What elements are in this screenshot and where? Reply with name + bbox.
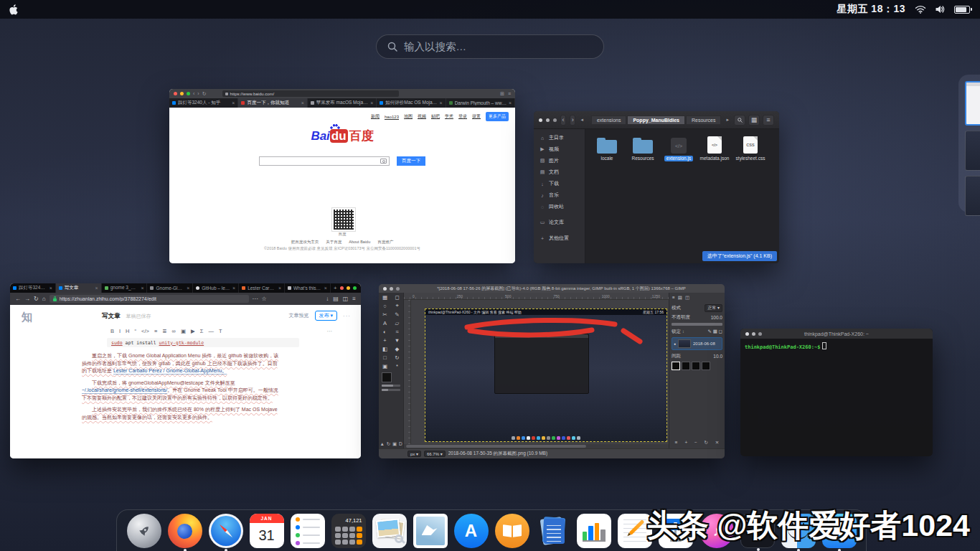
- tool-icon[interactable]: ↻: [391, 353, 403, 362]
- minimize-button[interactable]: [180, 92, 184, 95]
- dock-icon-calendar[interactable]: JAN31: [250, 514, 284, 548]
- close-icon[interactable]: ×: [370, 100, 373, 105]
- minimize-button[interactable]: [752, 332, 755, 336]
- opacity-slider[interactable]: [672, 323, 722, 326]
- camera-icon[interactable]: [380, 159, 387, 164]
- tab-active[interactable]: 写文章×: [56, 283, 102, 293]
- close-button[interactable]: [745, 332, 749, 336]
- option-slider[interactable]: [382, 385, 400, 387]
- refresh-icon[interactable]: ↻: [34, 296, 39, 302]
- more-products-button[interactable]: 更多产品: [486, 112, 509, 121]
- menu-icon[interactable]: ≡: [352, 296, 356, 302]
- link[interactable]: ~/.local/share/gnome-shell/extensions/: [82, 387, 167, 392]
- tool-icon[interactable]: ◧: [379, 344, 391, 353]
- tool-icon[interactable]: A: [379, 319, 391, 327]
- panel-foot-icon[interactable]: −: [694, 440, 697, 446]
- gimp-canvas[interactable]: thinkpad@ThinkPad-X260 - 文件 编辑 查看 搜索 终端 …: [411, 300, 669, 444]
- code-icon[interactable]: </>: [141, 328, 149, 334]
- tool-icon[interactable]: ✂: [379, 310, 391, 319]
- library-icon[interactable]: ▤: [333, 296, 339, 302]
- publish-button[interactable]: 发布 ▾: [315, 311, 337, 321]
- maximize-button[interactable]: [553, 118, 557, 122]
- quote-icon[interactable]: “: [135, 328, 137, 334]
- tool-icon[interactable]: ◐: [379, 327, 391, 336]
- window-browser-zhihu[interactable]: 踩灯等3248人…× 写文章× gnome 3_百度搜…× Gnome-Glob…: [10, 283, 361, 458]
- tool-icon[interactable]: ▣: [379, 362, 391, 370]
- dock-icon-numbers[interactable]: [577, 514, 611, 548]
- nav-link[interactable]: hao123: [385, 115, 399, 119]
- path-segment-current[interactable]: Poppy_ManuBldies: [627, 116, 685, 125]
- tab[interactable]: 踩灯等3240人 - 知乎×: [169, 98, 238, 108]
- minimize-button[interactable]: [546, 118, 550, 122]
- page-actions-icon[interactable]: ⋯: [253, 296, 258, 302]
- wifi-icon[interactable]: [915, 5, 926, 14]
- minimize-button[interactable]: [390, 287, 393, 291]
- toolbox-foot-icon[interactable]: ▲: [380, 441, 384, 447]
- tool-icon[interactable]: □: [379, 353, 391, 362]
- bookmark-star-icon[interactable]: ☆: [262, 296, 267, 302]
- battery-icon[interactable]: [954, 6, 970, 14]
- dock-icon-safari[interactable]: [209, 514, 243, 548]
- close-icon[interactable]: ×: [509, 100, 512, 105]
- sidebar-item-music[interactable]: ♪音乐: [534, 189, 585, 201]
- tool-icon[interactable]: *: [391, 362, 403, 370]
- url-bar[interactable]: https://www.baidu.com/: [222, 90, 399, 97]
- close-icon[interactable]: ×: [440, 100, 443, 105]
- toolbox-foot-icon[interactable]: ▣: [392, 441, 397, 447]
- sidebar-item-documents[interactable]: ▤文档: [534, 166, 585, 178]
- tool-icon[interactable]: ○: [379, 301, 391, 310]
- tool-icon[interactable]: ≈: [391, 327, 403, 336]
- file-item[interactable]: CSSstylesheet.css: [733, 136, 768, 161]
- sidebar-item-other-locations[interactable]: +其他位置: [534, 232, 585, 244]
- brush-list[interactable]: [672, 362, 722, 370]
- window-gimp[interactable]: *[2018-06-08 17-56-26 的屏幕截图] (已导出)-4.0 (…: [379, 284, 725, 458]
- bold-icon[interactable]: B: [110, 328, 114, 334]
- overview-search[interactable]: 输入以搜索…: [376, 34, 604, 59]
- forward-icon[interactable]: ›: [197, 91, 199, 96]
- toolbox-foot-icon[interactable]: D: [399, 441, 402, 447]
- view-toggle-icon[interactable]: ▦: [748, 115, 760, 126]
- new-tab-button[interactable]: +: [331, 283, 340, 293]
- heading-icon[interactable]: H: [126, 328, 129, 334]
- footer-link[interactable]: About Baidu: [349, 240, 370, 245]
- divider-icon[interactable]: —: [208, 328, 214, 334]
- tab[interactable]: GitHub – lestca…×: [193, 283, 239, 293]
- link-icon[interactable]: ∞: [172, 328, 176, 334]
- dock-icon-preview[interactable]: [372, 514, 407, 548]
- window-browser-baidu[interactable]: ‹ › ↻ https://www.baidu.com/ ⊞ ≡ 踩灯等3240…: [169, 89, 515, 263]
- dock-icon-reminders[interactable]: [291, 514, 325, 548]
- window-terminal[interactable]: thinkpad@ThinkPad-X260: ~ thinkpad@Think…: [740, 329, 933, 456]
- search-icon[interactable]: [734, 115, 745, 126]
- sidebar-icon[interactable]: ◫: [343, 296, 349, 302]
- window-file-manager[interactable]: ‹ › ◂ extensions Poppy_ManuBldies Resour…: [534, 111, 779, 263]
- minimize-button[interactable]: [347, 286, 350, 290]
- workspace-thumbnail-active[interactable]: [965, 81, 980, 126]
- overflow-icon[interactable]: ⊞: [500, 91, 504, 97]
- option-slider[interactable]: [382, 389, 400, 391]
- url-bar[interactable]: https://zhuanlan.zhihu.com/p/37882274/ed…: [50, 295, 249, 303]
- close-icon[interactable]: ×: [232, 100, 235, 105]
- baidu-search-input[interactable]: [259, 156, 390, 166]
- back-icon[interactable]: ‹: [560, 115, 566, 126]
- image-icon[interactable]: ▣: [181, 328, 186, 334]
- close-icon[interactable]: ×: [278, 286, 281, 291]
- forward-icon[interactable]: →: [24, 296, 30, 302]
- path-segment[interactable]: extensions: [591, 116, 626, 125]
- workspace-thumbnail[interactable]: [965, 176, 980, 216]
- nav-link[interactable]: 视频: [418, 113, 426, 120]
- panel-tab-icon[interactable]: ▤: [678, 295, 682, 301]
- path-segment[interactable]: Resources: [686, 116, 721, 125]
- nav-link[interactable]: 贴吧: [431, 113, 440, 120]
- tab[interactable]: Lester Carballo…×: [239, 283, 285, 293]
- close-icon[interactable]: ×: [301, 100, 304, 105]
- panel-foot-icon[interactable]: +: [684, 440, 687, 446]
- sidebar-item-library[interactable]: ▭论文库: [534, 217, 585, 228]
- maximize-button[interactable]: [396, 287, 400, 291]
- zoom-select[interactable]: 66.7% ▾: [424, 451, 446, 457]
- maximize-button[interactable]: [353, 286, 357, 290]
- ordered-list-icon[interactable]: ≣: [162, 328, 166, 334]
- terminal-body[interactable]: thinkpad@ThinkPad-X260:~$: [740, 339, 933, 354]
- unordered-list-icon[interactable]: ≡: [154, 328, 157, 334]
- sidebar-item-pictures[interactable]: ▧图片: [534, 155, 585, 166]
- volume-icon[interactable]: [936, 5, 945, 14]
